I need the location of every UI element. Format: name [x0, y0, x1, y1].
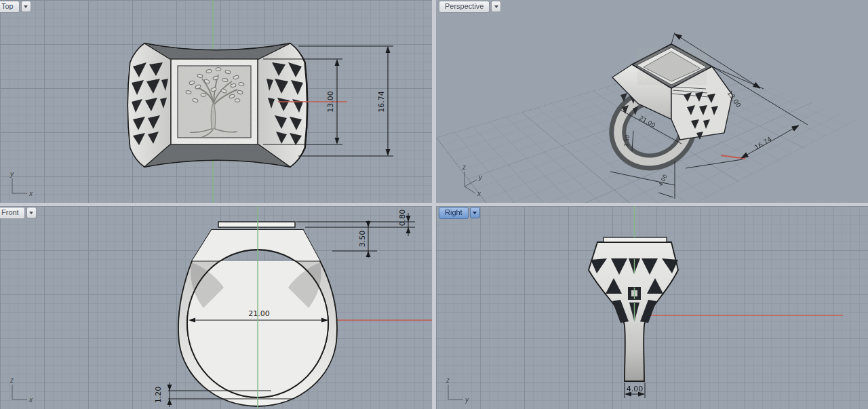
viewport-right-button[interactable]: Right [439, 207, 469, 219]
viewport-front-menu-button[interactable] [26, 207, 37, 218]
axis-label-z: z [462, 163, 466, 171]
dim-persp-shank-width: 4.00 [658, 174, 669, 187]
viewport-right[interactable]: 4.00 Right z y [436, 206, 868, 409]
dim-head-value: 3.50 [358, 231, 367, 248]
ring-top-view [128, 43, 348, 167]
axis-label-y: y [9, 170, 14, 178]
cplane-axis-gizmo: z y x [455, 163, 489, 197]
axis-label-x: x [477, 190, 481, 197]
dim-outer-height-value: 16.74 [377, 91, 386, 113]
perspective-view-canvas: 13.00 16.74 21.00 3.50 4.00 [436, 0, 868, 203]
dropdown-arrow-icon [473, 212, 477, 214]
dim-face-height-value: 13.00 [326, 91, 335, 113]
axis-label-y: y [465, 396, 469, 404]
viewport-front-button[interactable]: Front [0, 207, 25, 219]
viewport-front[interactable]: 0.80 3.50 21.00 1.20 [0, 206, 432, 409]
dropdown-arrow-icon [24, 5, 28, 8]
top-view-canvas: 13.00 16.74 [0, 0, 432, 203]
dim-persp-outer-length: 16.74 [753, 135, 773, 151]
dim-persp-diameter: 21.00 [638, 115, 657, 129]
axis-label-z: z [9, 376, 14, 384]
ring-perspective-view [595, 44, 732, 186]
viewport-perspective-button[interactable]: Perspective [439, 1, 490, 13]
cplane-axis-gizmo: z y [439, 375, 470, 406]
dim-shank-width-value: 4.00 [627, 385, 644, 393]
viewport-perspective-menu-button[interactable] [491, 1, 501, 12]
viewport-perspective[interactable]: 13.00 16.74 21.00 3.50 4.00 Perspective … [436, 0, 868, 203]
dim-plate-value: 0.80 [398, 210, 407, 227]
viewport-title-right: Right [439, 207, 480, 219]
front-view-canvas: 0.80 3.50 21.00 1.20 [0, 206, 432, 409]
dropdown-arrow-icon [29, 212, 33, 214]
dimension-head [332, 220, 377, 258]
right-view-canvas: 4.00 [436, 206, 868, 409]
viewport-title-perspective: Perspective [439, 1, 501, 13]
viewport-right-menu-button[interactable] [470, 207, 480, 218]
axis-label-z: z [446, 376, 450, 384]
dim-diameter-value: 21.00 [248, 309, 270, 318]
dimension-plate [296, 213, 415, 236]
dim-shank-value: 1.20 [154, 387, 163, 404]
axis-label-x: x [28, 190, 33, 197]
ring-right-view [589, 237, 678, 381]
cplane-axis-gizmo: y x [3, 169, 34, 200]
viewport-title-top: Top [0, 1, 31, 13]
viewport-top[interactable]: 13.00 16.74 Top y x [0, 0, 432, 203]
viewport-title-front: Front [0, 207, 37, 219]
viewport-top-button[interactable]: Top [0, 1, 20, 13]
cplane-axis-gizmo: z x [3, 375, 34, 406]
viewport-top-menu-button[interactable] [21, 1, 31, 12]
cad-window: 13.00 16.74 Top y x [0, 0, 868, 409]
dropdown-arrow-icon [494, 5, 498, 8]
axis-label-y: y [478, 174, 483, 181]
axis-label-x: x [28, 396, 33, 404]
